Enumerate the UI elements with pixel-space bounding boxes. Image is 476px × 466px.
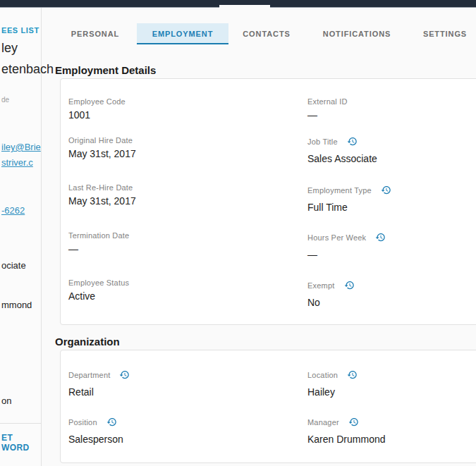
organization-card: [60, 350, 476, 463]
history-icon[interactable]: [347, 369, 358, 380]
field-value: Active: [68, 290, 129, 302]
reset-password-button[interactable]: ET: [1, 433, 13, 443]
field-location: Location Hailey: [307, 369, 358, 398]
employee-first-name: ley: [1, 41, 18, 56]
history-icon[interactable]: [344, 280, 355, 290]
employee-email-link[interactable]: iley@Brie: [1, 142, 41, 152]
employee-sidebar: EES LIST ley etenbach de iley@Brie striv…: [0, 8, 42, 466]
history-icon[interactable]: [347, 136, 358, 147]
back-to-employees-list-link[interactable]: EES LIST: [1, 26, 39, 35]
field-value: Salesperson: [68, 434, 123, 445]
field-label: Exempt: [307, 281, 335, 290]
field-value: Karen Drummond: [307, 434, 386, 445]
tab-notifications[interactable]: NOTIFICATIONS: [320, 23, 393, 44]
field-employment-type: Employment Type Full Time: [307, 185, 391, 213]
field-value: Hailey: [307, 386, 358, 398]
field-label: Hours Per Week: [307, 233, 366, 242]
field-value: 1001: [68, 109, 126, 121]
field-value: Full Time: [307, 202, 391, 213]
tab-personal[interactable]: PERSONAL: [70, 23, 121, 44]
sidebar-divider: [0, 423, 41, 424]
employee-manager-name: mmond: [1, 300, 32, 310]
field-exempt: Exempt No: [307, 280, 355, 308]
field-label: Employee Status: [68, 278, 129, 287]
employment-details-title: Employment Details: [55, 64, 156, 76]
tab-contacts[interactable]: CONTACTS: [241, 23, 292, 44]
field-value: —: [68, 243, 129, 255]
field-last-rehire-date: Last Re-Hire Date May 31st, 2017: [68, 182, 136, 207]
employee-phone-link[interactable]: -6262: [1, 205, 25, 216]
reset-password-button-line2[interactable]: WORD: [1, 443, 30, 453]
organization-title: Organization: [55, 336, 120, 348]
field-label: Original Hire Date: [68, 136, 133, 145]
field-label: Employment Type: [307, 186, 372, 195]
field-label: Department: [68, 371, 110, 379]
field-employee-code: Employee Code 1001: [68, 96, 126, 121]
history-icon[interactable]: [119, 369, 130, 380]
field-department: Department Retail: [68, 369, 130, 398]
history-icon[interactable]: [375, 232, 386, 243]
tab-employment[interactable]: EMPLOYMENT: [137, 23, 228, 44]
field-value: —: [307, 249, 386, 260]
field-hours-per-week: Hours Per Week —: [307, 232, 386, 260]
field-value: May 31st, 2017: [68, 195, 136, 207]
field-value: Sales Associate: [307, 153, 377, 164]
field-label: Job Title: [307, 137, 338, 146]
field-label: Employee Code: [68, 97, 126, 106]
employee-location: on: [1, 396, 11, 406]
field-label: External ID: [307, 97, 348, 106]
field-value: May 31st, 2017: [68, 148, 136, 159]
employee-email-link-line2[interactable]: striver.c: [1, 157, 33, 168]
field-external-id: External ID —: [307, 96, 348, 121]
sidebar-field-label: de: [1, 96, 9, 104]
employee-last-name: etenbach: [1, 62, 54, 77]
field-label: Location: [307, 371, 338, 379]
field-termination-date: Termination Date —: [68, 230, 129, 255]
field-label: Last Re-Hire Date: [68, 183, 133, 192]
field-label: Position: [68, 418, 97, 427]
field-label: Termination Date: [68, 231, 129, 240]
field-value: No: [307, 297, 355, 308]
field-manager: Manager Karen Drummond: [307, 417, 386, 445]
history-icon[interactable]: [348, 417, 359, 427]
field-position: Position Salesperson: [68, 417, 123, 445]
field-label: Manager: [307, 418, 339, 427]
field-value: —: [307, 109, 348, 121]
field-employee-status: Employee Status Active: [68, 277, 129, 302]
history-icon[interactable]: [381, 185, 391, 195]
employee-job-title: ociate: [1, 260, 26, 271]
field-original-hire-date: Original Hire Date May 31st, 2017: [68, 135, 136, 159]
history-icon[interactable]: [106, 417, 117, 427]
topbar-notch: [219, 5, 270, 9]
field-job-title: Job Title Sales Associate: [307, 136, 377, 164]
tab-settings[interactable]: SETTINGS: [421, 23, 469, 44]
field-value: Retail: [68, 386, 130, 398]
